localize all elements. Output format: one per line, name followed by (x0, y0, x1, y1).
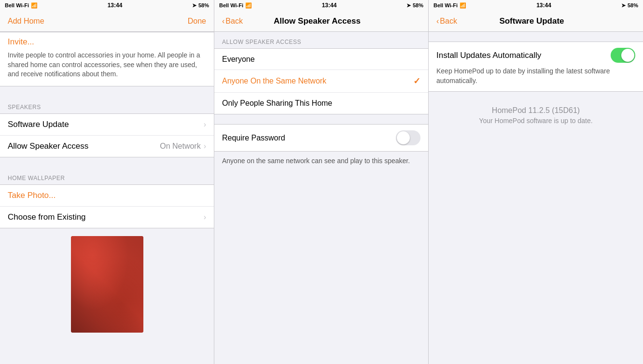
wifi-icon2: 📶 (245, 2, 252, 9)
nav-bar-panel1: Add Home Done (0, 11, 214, 32)
option-same-network-label: Anyone On the Same Network (222, 77, 326, 85)
version-number: HomePod 11.2.5 (15D61) (436, 106, 635, 115)
allow-speaker-access-item[interactable]: Allow Speaker Access On Network › (0, 136, 214, 157)
install-auto-label: Install Updates Automatically (436, 51, 541, 60)
take-photo-label: Take Photo... (8, 191, 56, 200)
choose-existing-item[interactable]: Choose from Existing › (0, 207, 214, 228)
invite-link[interactable]: Invite... (8, 37, 206, 47)
access-options-list: Everyone Anyone On the Same Network ✓ On… (214, 48, 428, 114)
option-everyone-label: Everyone (222, 55, 255, 64)
time-panel1: 13:44 (108, 2, 123, 9)
require-password-group: Require Password (214, 124, 428, 152)
speakers-list: Software Update › Allow Speaker Access O… (0, 113, 214, 157)
toggle-knob2 (621, 49, 634, 62)
back-button-panel2[interactable]: ‹ Back (222, 17, 243, 26)
allow-speaker-section-label: ALLOW SPEAKER ACCESS (214, 32, 428, 48)
chevron-right-icon2: › (204, 142, 206, 151)
software-update-label: Software Update (8, 120, 69, 129)
wallpaper-section-header: HOME WALLPAPER (0, 167, 214, 184)
checkmark-icon: ✓ (413, 76, 420, 86)
carrier-label2: Bell Wi-Fi (219, 2, 243, 8)
location-icon2: ➤ (406, 2, 411, 9)
chevron-left-icon: ‹ (222, 17, 224, 26)
status-left-panel2: Bell Wi-Fi 📶 (219, 2, 252, 9)
choose-existing-label: Choose from Existing (8, 212, 86, 222)
option-everyone[interactable]: Everyone (214, 49, 428, 70)
invite-section: Invite... Invite people to control acces… (0, 32, 214, 86)
version-section: HomePod 11.2.5 (15D61) Your HomePod soft… (429, 92, 643, 129)
add-home-button[interactable]: Add Home (8, 17, 44, 26)
option-same-network[interactable]: Anyone On the Same Network ✓ (214, 70, 428, 93)
require-password-toggle[interactable] (396, 130, 420, 145)
wifi-icon3: 📶 (460, 2, 466, 9)
time-panel3: 13:44 (536, 2, 551, 9)
require-password-label: Require Password (222, 134, 285, 142)
chevron-right-icon3: › (204, 213, 206, 222)
allow-speaker-label: Allow Speaker Access (8, 141, 88, 151)
wallpaper-list: Take Photo... Choose from Existing › (0, 184, 214, 228)
location-icon3: ➤ (621, 2, 626, 9)
speaker-access-description: Anyone on the same network can see and p… (214, 152, 428, 171)
back-label-panel2: Back (225, 17, 243, 26)
install-auto-section: Install Updates Automatically Keep HomeP… (429, 42, 643, 92)
back-label-panel3: Back (440, 17, 457, 26)
status-right-panel3: ➤ 58% (621, 2, 638, 9)
nav-title-panel2: Allow Speaker Access (274, 16, 361, 26)
back-button-panel3[interactable]: ‹ Back (436, 17, 457, 26)
allow-speaker-value: On Network (160, 142, 200, 151)
software-update-item[interactable]: Software Update › (0, 114, 214, 136)
software-update-right: › (204, 120, 206, 129)
allow-speaker-right: On Network › (160, 142, 206, 151)
carrier-label3: Bell Wi-Fi (433, 2, 458, 8)
install-auto-row: Install Updates Automatically (436, 48, 635, 63)
done-button[interactable]: Done (188, 17, 206, 26)
status-bar-panel3: Bell Wi-Fi 📶 13:44 ➤ 58% (429, 0, 643, 11)
status-bar-panel2: Bell Wi-Fi 📶 13:44 ➤ 58% (214, 0, 428, 11)
install-auto-description: Keep HomePod up to date by installing th… (436, 67, 635, 85)
panel-software-update: Bell Wi-Fi 📶 13:44 ➤ 58% ‹ Back Software… (429, 0, 643, 364)
wifi-icon: 📶 (31, 2, 38, 9)
status-left-panel1: Bell Wi-Fi 📶 (5, 2, 38, 9)
chevron-right-icon: › (204, 120, 206, 129)
nav-bar-panel2: ‹ Back Allow Speaker Access (214, 11, 428, 32)
battery-label: 58% (198, 2, 209, 8)
panel3-content: Install Updates Automatically Keep HomeP… (429, 32, 643, 364)
option-sharing-home[interactable]: Only People Sharing This Home (214, 93, 428, 114)
status-bar-panel1: Bell Wi-Fi 📶 13:44 ➤ 58% (0, 0, 214, 11)
speakers-section-header: SPEAKERS (0, 96, 214, 113)
take-photo-item[interactable]: Take Photo... (0, 185, 214, 207)
panel2-content: ALLOW SPEAKER ACCESS Everyone Anyone On … (214, 32, 428, 364)
carrier-label: Bell Wi-Fi (5, 2, 29, 8)
chevron-left-icon2: ‹ (436, 17, 439, 26)
nav-bar-panel3: ‹ Back Software Update (429, 11, 643, 32)
location-icon: ➤ (192, 2, 196, 9)
nav-title-panel3: Software Update (499, 16, 564, 26)
invite-description: Invite people to control accessories in … (8, 51, 206, 79)
require-password-row: Require Password (214, 125, 428, 151)
install-auto-toggle[interactable] (611, 48, 635, 63)
battery-label3: 58% (628, 2, 638, 8)
panel1-content: Invite... Invite people to control acces… (0, 32, 214, 364)
time-panel2: 13:44 (322, 2, 337, 9)
toggle-knob (397, 131, 410, 144)
wallpaper-preview (71, 236, 143, 333)
option-sharing-home-label: Only People Sharing This Home (222, 99, 332, 108)
status-right-panel2: ➤ 58% (406, 2, 423, 9)
panel-home-settings: Bell Wi-Fi 📶 13:44 ➤ 58% Add Home Done I… (0, 0, 214, 364)
version-status: Your HomePod software is up to date. (436, 117, 635, 125)
status-left-panel3: Bell Wi-Fi 📶 (433, 2, 466, 9)
panel-allow-speaker: Bell Wi-Fi 📶 13:44 ➤ 58% ‹ Back Allow Sp… (214, 0, 429, 364)
battery-label2: 58% (413, 2, 423, 8)
status-right-panel1: ➤ 58% (192, 2, 209, 9)
